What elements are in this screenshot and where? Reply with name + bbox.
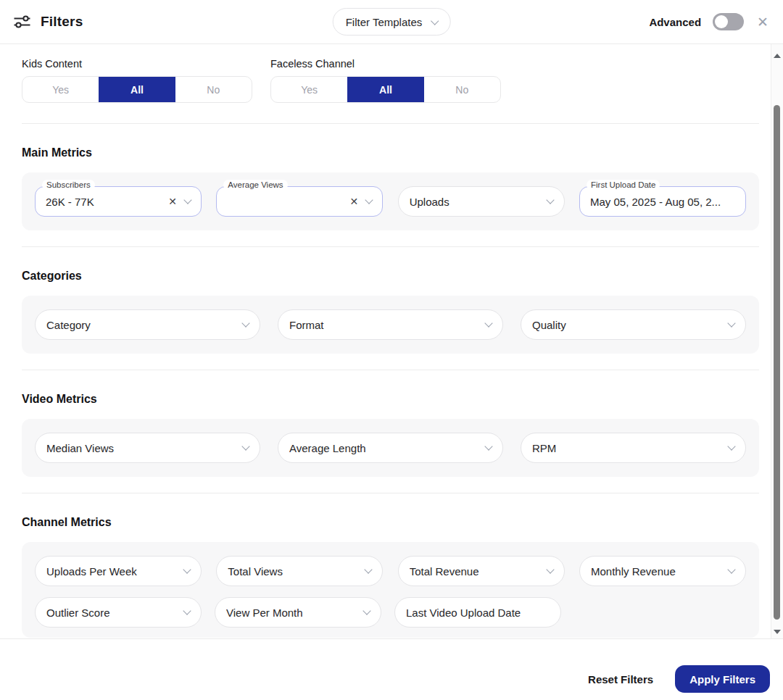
last-video-upload-date-field[interactable]: Last Video Upload Date (394, 597, 561, 628)
faceless-channel-segmented: Yes All No (270, 76, 501, 103)
first-upload-date-field[interactable]: First Upload Date May 05, 2025 - Aug 05,… (579, 186, 746, 217)
scrollbar-thumb[interactable] (774, 105, 780, 620)
category-label: Category (46, 319, 243, 331)
median-views-select[interactable]: Median Views (35, 433, 260, 463)
quality-select[interactable]: Quality (521, 309, 746, 340)
faceless-channel-group: Faceless Channel Yes All No (270, 58, 501, 103)
last-video-upload-date-label: Last Video Upload Date (406, 607, 550, 619)
faceless-channel-label: Faceless Channel (270, 58, 501, 70)
filters-panel-header: Filters Filter Templates Advanced ✕ (0, 0, 783, 44)
categories-title: Categories (22, 270, 759, 283)
main-metrics-title: Main Metrics (22, 146, 759, 159)
rpm-label: RPM (532, 442, 729, 454)
kids-content-option-no[interactable]: No (175, 77, 252, 102)
format-label: Format (289, 319, 486, 331)
section-divider (22, 370, 759, 370)
apply-filters-button[interactable]: Apply Filters (675, 665, 770, 693)
chevron-down-icon (241, 442, 249, 450)
advanced-label: Advanced (649, 16, 701, 28)
rpm-select[interactable]: RPM (521, 433, 746, 463)
chevron-down-icon (727, 442, 735, 450)
monthly-revenue-select[interactable]: Monthly Revenue (579, 556, 746, 586)
video-metrics-panel: Median Views Average Length RPM (22, 419, 759, 477)
total-revenue-select[interactable]: Total Revenue (398, 556, 565, 586)
chevron-down-icon (183, 565, 191, 573)
total-views-select[interactable]: Total Views (216, 556, 383, 586)
kids-content-option-yes[interactable]: Yes (22, 77, 99, 102)
section-divider (22, 493, 759, 493)
video-metrics-title: Video Metrics (22, 393, 759, 406)
faceless-channel-option-all[interactable]: All (347, 77, 423, 102)
scroll-down-arrow-icon[interactable] (774, 630, 781, 634)
subscribers-value: 26K - 77K (46, 196, 162, 208)
chevron-down-icon (365, 565, 373, 573)
chevron-down-icon (727, 319, 735, 327)
chevron-down-icon (484, 442, 492, 450)
outlier-score-select[interactable]: Outlier Score (35, 597, 202, 628)
scroll-up-arrow-icon[interactable] (774, 54, 781, 58)
chevron-down-icon (183, 196, 191, 204)
subscribers-field[interactable]: Subscribers 26K - 77K ✕ (35, 186, 202, 217)
total-views-label: Total Views (228, 565, 365, 578)
channel-metrics-title: Channel Metrics (22, 516, 759, 529)
kids-content-segmented: Yes All No (22, 76, 252, 103)
main-metrics-panel: Subscribers 26K - 77K ✕ Average Views ✕ … (22, 172, 759, 230)
chevron-down-icon (546, 196, 554, 204)
uploads-select[interactable]: Uploads (398, 186, 565, 217)
advanced-toggle[interactable] (713, 13, 744, 30)
average-views-field[interactable]: Average Views ✕ (216, 186, 383, 217)
category-select[interactable]: Category (35, 309, 260, 340)
filter-templates-label: Filter Templates (346, 16, 423, 28)
kids-content-label: Kids Content (22, 58, 252, 70)
average-length-select[interactable]: Average Length (278, 433, 503, 463)
kids-content-group: Kids Content Yes All No (22, 58, 252, 103)
section-divider (22, 246, 759, 247)
section-divider (22, 123, 759, 124)
total-revenue-label: Total Revenue (410, 565, 547, 578)
close-icon[interactable]: ✕ (755, 14, 770, 30)
uploads-per-week-label: Uploads Per Week (46, 565, 184, 578)
view-per-month-label: View Per Month (226, 607, 364, 619)
channel-metrics-panel: Uploads Per Week Total Views Total Reven… (22, 542, 759, 638)
chevron-down-icon (727, 565, 735, 573)
chevron-down-icon (183, 607, 191, 614)
filters-footer: Reset Filters Apply Filters (0, 638, 783, 700)
subscribers-floating-label: Subscribers (42, 180, 95, 190)
chevron-down-icon (241, 319, 249, 327)
outlier-score-label: Outlier Score (46, 607, 184, 619)
kids-content-option-all[interactable]: All (99, 77, 175, 102)
chevron-down-icon (546, 565, 554, 573)
first-upload-date-value: May 05, 2025 - Aug 05, 2... (590, 196, 735, 208)
uploads-per-week-select[interactable]: Uploads Per Week (35, 556, 202, 586)
filters-content: Kids Content Yes All No Faceless Channel… (0, 44, 771, 638)
first-upload-date-floating-label: First Upload Date (587, 180, 660, 190)
chevron-down-icon (362, 607, 370, 614)
panel-title: Filters (41, 14, 83, 30)
average-length-label: Average Length (289, 442, 486, 454)
categories-panel: Category Format Quality (22, 296, 759, 354)
average-views-floating-label: Average Views (223, 180, 287, 190)
monthly-revenue-label: Monthly Revenue (591, 565, 729, 578)
toggle-knob (715, 15, 728, 28)
view-per-month-select[interactable]: View Per Month (215, 597, 381, 628)
vertical-scrollbar[interactable] (771, 44, 783, 638)
faceless-channel-option-yes[interactable]: Yes (271, 77, 347, 102)
reset-filters-button[interactable]: Reset Filters (588, 673, 653, 686)
clear-icon[interactable]: ✕ (168, 196, 177, 207)
faceless-channel-option-no[interactable]: No (424, 77, 500, 102)
filter-templates-dropdown[interactable]: Filter Templates (333, 8, 451, 36)
chevron-down-icon (431, 17, 439, 25)
quality-label: Quality (532, 319, 729, 331)
chevron-down-icon (365, 196, 373, 204)
chevron-down-icon (484, 319, 492, 327)
filters-sliders-icon (13, 13, 31, 30)
format-select[interactable]: Format (278, 309, 503, 340)
clear-icon[interactable]: ✕ (350, 196, 359, 207)
median-views-label: Median Views (46, 442, 243, 454)
uploads-label: Uploads (410, 196, 547, 208)
